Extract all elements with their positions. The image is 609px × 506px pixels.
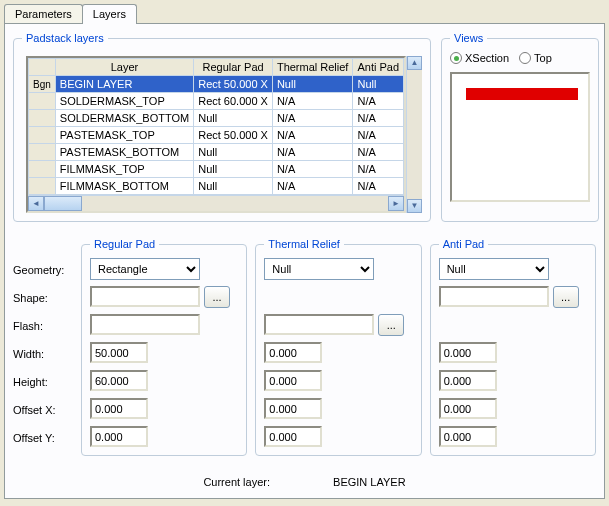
views-group: Views XSection Top: [441, 32, 599, 222]
thermal-flash-browse[interactable]: ...: [378, 314, 404, 336]
cell-anti[interactable]: N/A: [353, 93, 404, 110]
cell-thermal[interactable]: N/A: [272, 110, 353, 127]
cell-regular[interactable]: Rect 50.000 X: [194, 127, 273, 144]
scroll-up-icon[interactable]: ▲: [407, 56, 422, 70]
anti-height-input[interactable]: [439, 370, 497, 391]
cell-anti[interactable]: N/A: [353, 110, 404, 127]
row-header[interactable]: [29, 127, 56, 144]
thermal-flash-input[interactable]: [264, 314, 374, 335]
scroll-right-icon[interactable]: ►: [388, 196, 404, 211]
row-header[interactable]: Bgn: [29, 76, 56, 93]
views-legend: Views: [450, 32, 487, 44]
v-scrollbar[interactable]: ▲ ▼: [406, 56, 422, 213]
cell-thermal[interactable]: N/A: [272, 161, 353, 178]
corner-header: [29, 59, 56, 76]
cell-layer[interactable]: PASTEMASK_TOP: [55, 127, 193, 144]
scroll-left-icon[interactable]: ◄: [28, 196, 44, 211]
regular-pad-group: Regular Pad Rectangle ...: [81, 238, 247, 456]
cell-anti[interactable]: Null: [353, 76, 404, 93]
field-labels: Geometry: Shape: Flash: Width: Height: O…: [13, 238, 73, 456]
current-layer-label: Current layer:: [203, 476, 270, 488]
thermal-offsetx-input[interactable]: [264, 398, 322, 419]
scroll-down-icon[interactable]: ▼: [407, 199, 422, 213]
table-row[interactable]: FILMMASK_BOTTOMNullN/AN/A: [29, 178, 404, 195]
cell-anti[interactable]: N/A: [353, 144, 404, 161]
thermal-width-input[interactable]: [264, 342, 322, 363]
anti-shape-input[interactable]: [439, 286, 549, 307]
label-offsety: Offset Y:: [13, 428, 73, 449]
cell-layer[interactable]: SOLDERMASK_TOP: [55, 93, 193, 110]
h-scroll-thumb[interactable]: [44, 196, 82, 211]
padstack-legend: Padstack layers: [22, 32, 108, 44]
header-regular[interactable]: Regular Pad: [194, 59, 273, 76]
cell-thermal[interactable]: N/A: [272, 144, 353, 161]
cell-thermal[interactable]: Null: [272, 76, 353, 93]
table-row[interactable]: SOLDERMASK_TOPRect 60.000 XN/AN/A: [29, 93, 404, 110]
thermal-height-input[interactable]: [264, 370, 322, 391]
header-thermal[interactable]: Thermal Relief: [272, 59, 353, 76]
cell-layer[interactable]: FILMMASK_BOTTOM: [55, 178, 193, 195]
cell-layer[interactable]: BEGIN LAYER: [55, 76, 193, 93]
radio-xsection[interactable]: XSection: [450, 52, 509, 64]
thermal-geometry-select[interactable]: Null: [264, 258, 374, 280]
label-shape: Shape:: [13, 288, 73, 309]
cell-regular[interactable]: Rect 50.000 X: [194, 76, 273, 93]
regular-geometry-select[interactable]: Rectangle: [90, 258, 200, 280]
row-header[interactable]: [29, 110, 56, 127]
row-header[interactable]: [29, 178, 56, 195]
cell-regular[interactable]: Null: [194, 110, 273, 127]
table-row[interactable]: BgnBEGIN LAYERRect 50.000 XNullNull: [29, 76, 404, 93]
cell-regular[interactable]: Null: [194, 161, 273, 178]
regular-shape-input[interactable]: [90, 286, 200, 307]
regular-width-input[interactable]: [90, 342, 148, 363]
anti-width-input[interactable]: [439, 342, 497, 363]
cell-thermal[interactable]: N/A: [272, 93, 353, 110]
cell-anti[interactable]: N/A: [353, 161, 404, 178]
table-row[interactable]: PASTEMASK_TOPRect 50.000 XN/AN/A: [29, 127, 404, 144]
layers-table[interactable]: Layer Regular Pad Thermal Relief Anti Pa…: [26, 56, 406, 213]
table-row[interactable]: PASTEMASK_BOTTOMNullN/AN/A: [29, 144, 404, 161]
regular-offsety-input[interactable]: [90, 426, 148, 447]
cell-regular[interactable]: Rect 60.000 X: [194, 93, 273, 110]
thermal-relief-group: Thermal Relief Null ...: [255, 238, 421, 456]
table-row[interactable]: FILMMASK_TOPNullN/AN/A: [29, 161, 404, 178]
regular-offsetx-input[interactable]: [90, 398, 148, 419]
table-row[interactable]: SOLDERMASK_BOTTOMNullN/AN/A: [29, 110, 404, 127]
current-layer-value: BEGIN LAYER: [333, 476, 406, 488]
regular-shape-browse[interactable]: ...: [204, 286, 230, 308]
cell-regular[interactable]: Null: [194, 178, 273, 195]
cell-layer[interactable]: SOLDERMASK_BOTTOM: [55, 110, 193, 127]
thermal-legend: Thermal Relief: [264, 238, 344, 250]
h-scrollbar[interactable]: ◄ ►: [28, 195, 404, 211]
padstack-layers-group: Padstack layers Layer Regular Pad Therma…: [13, 32, 431, 222]
row-header[interactable]: [29, 93, 56, 110]
tab-parameters[interactable]: Parameters: [4, 4, 83, 23]
radio-top[interactable]: Top: [519, 52, 552, 64]
tab-layers[interactable]: Layers: [82, 4, 137, 24]
radio-top-label: Top: [534, 52, 552, 64]
regular-height-input[interactable]: [90, 370, 148, 391]
anti-offsety-input[interactable]: [439, 426, 497, 447]
label-geometry: Geometry:: [13, 260, 73, 281]
header-layer[interactable]: Layer: [55, 59, 193, 76]
tab-bar: Parameters Layers: [0, 0, 609, 23]
radio-xsection-label: XSection: [465, 52, 509, 64]
cell-layer[interactable]: FILMMASK_TOP: [55, 161, 193, 178]
cell-anti[interactable]: N/A: [353, 127, 404, 144]
thermal-offsety-input[interactable]: [264, 426, 322, 447]
cell-thermal[interactable]: N/A: [272, 178, 353, 195]
anti-offsetx-input[interactable]: [439, 398, 497, 419]
cell-anti[interactable]: N/A: [353, 178, 404, 195]
cell-thermal[interactable]: N/A: [272, 127, 353, 144]
header-anti[interactable]: Anti Pad: [353, 59, 404, 76]
cell-layer[interactable]: PASTEMASK_BOTTOM: [55, 144, 193, 161]
cell-regular[interactable]: Null: [194, 144, 273, 161]
anti-shape-browse[interactable]: ...: [553, 286, 579, 308]
row-header[interactable]: [29, 144, 56, 161]
xsection-preview: [450, 72, 590, 202]
anti-pad-group: Anti Pad Null ...: [430, 238, 596, 456]
row-header[interactable]: [29, 161, 56, 178]
anti-geometry-select[interactable]: Null: [439, 258, 549, 280]
anti-legend: Anti Pad: [439, 238, 489, 250]
regular-flash-input[interactable]: [90, 314, 200, 335]
